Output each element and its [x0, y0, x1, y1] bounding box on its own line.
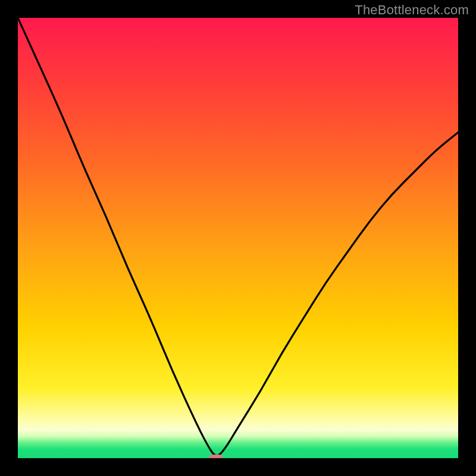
- bottleneck-curve: [18, 18, 458, 458]
- chart-frame: TheBottleneck.com: [0, 0, 476, 476]
- watermark-text: TheBottleneck.com: [355, 2, 469, 18]
- bottleneck-curve-path: [18, 18, 458, 456]
- plot-area: [18, 18, 458, 458]
- minimum-marker: [209, 455, 223, 458]
